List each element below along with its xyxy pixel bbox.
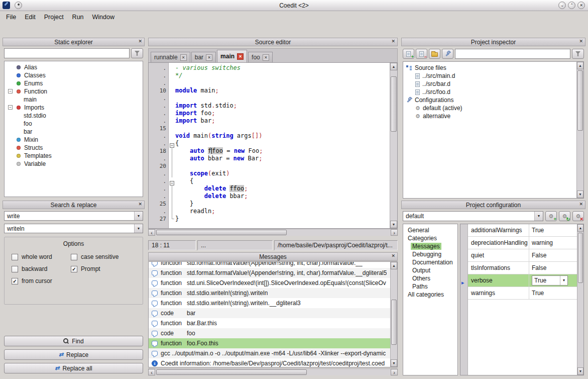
messages-header[interactable]: Messages ✕ bbox=[148, 252, 398, 261]
code-line[interactable]: 10module main; bbox=[149, 87, 390, 94]
scrollbar-track[interactable] bbox=[577, 69, 583, 191]
tab-close-icon[interactable]: ✕ bbox=[206, 54, 212, 61]
checkbox-icon[interactable] bbox=[12, 254, 18, 260]
search-replace-header[interactable]: Search & replace ✕ bbox=[3, 201, 145, 209]
scrollbar-thumb[interactable] bbox=[391, 300, 397, 345]
scrollbar-thumb[interactable] bbox=[577, 70, 583, 131]
tab-bar[interactable]: bar✕ bbox=[191, 52, 216, 62]
tab-main[interactable]: main✕ bbox=[217, 50, 247, 62]
inspector-vertical-scrollbar[interactable]: ▲ ▼ bbox=[576, 62, 583, 198]
code-line[interactable]: . scope(exit) bbox=[149, 170, 390, 177]
message-row[interactable]: iCoedit information: /home/basile/Dev/pa… bbox=[149, 358, 390, 367]
tree-item-classes[interactable]: Classes bbox=[5, 71, 143, 79]
symbol-filter-input[interactable] bbox=[4, 48, 130, 58]
filter-button[interactable] bbox=[131, 48, 143, 58]
code-line[interactable]: 27} bbox=[149, 215, 390, 223]
property-value[interactable]: False bbox=[529, 262, 577, 274]
category-documentation[interactable]: Documentation bbox=[403, 258, 457, 266]
inspector-item-configurations[interactable]: Configurations bbox=[403, 96, 583, 104]
window-titlebar[interactable]: Coedit <2> ⌄ ⌃ ✕ bbox=[0, 0, 588, 11]
checkbox-whole-word[interactable]: whole word bbox=[12, 253, 52, 260]
message-row[interactable]: functionstd.format.formatValue!(Appender… bbox=[149, 261, 390, 268]
code-line[interactable]: 15 bbox=[149, 125, 390, 132]
menu-item-file[interactable]: File bbox=[6, 14, 16, 21]
tab-close-icon[interactable]: ✕ bbox=[237, 53, 244, 60]
message-row[interactable]: codebar bbox=[149, 308, 390, 318]
tab-runnable[interactable]: runnable✕ bbox=[151, 52, 190, 62]
tab-close-icon[interactable]: ✕ bbox=[263, 54, 269, 61]
scrollbar-track[interactable] bbox=[155, 229, 391, 236]
scrollbar-thumb[interactable] bbox=[578, 233, 583, 283]
inspector-item-src-main-d[interactable]: ../src/main.d bbox=[403, 72, 583, 80]
checkbox-icon[interactable]: ✓ bbox=[12, 278, 18, 285]
collapse-expander-icon[interactable]: − bbox=[8, 105, 13, 110]
scroll-right-icon[interactable]: › bbox=[391, 229, 398, 236]
tree-item-enums[interactable]: Enums bbox=[5, 79, 143, 87]
menu-item-run[interactable]: Run bbox=[72, 14, 84, 21]
close-panel-icon[interactable]: ✕ bbox=[391, 39, 395, 44]
code-line[interactable]: .import foo; bbox=[149, 110, 390, 117]
close-panel-icon[interactable]: ✕ bbox=[391, 253, 395, 258]
code-line[interactable]: . auto bbar = new Bar; bbox=[149, 155, 390, 162]
inspector-filter-input[interactable] bbox=[455, 49, 570, 59]
category-debugging[interactable]: Debugging bbox=[403, 250, 457, 258]
message-row[interactable]: functionstd.format.formatValue!(Appender… bbox=[149, 268, 390, 278]
property-row-tlsinformations[interactable]: tlsInformationsFalse bbox=[468, 262, 577, 274]
scrollbar-thumb[interactable] bbox=[156, 369, 307, 375]
tree-item-structs[interactable]: Structs bbox=[5, 144, 143, 152]
fold-margin[interactable]: − bbox=[169, 140, 175, 147]
code-line[interactable]: .*/ bbox=[149, 72, 390, 79]
checkbox-backward[interactable]: backward bbox=[12, 265, 52, 272]
message-row[interactable]: functionstd.stdio.writeln!(string).write… bbox=[149, 288, 390, 298]
category-output[interactable]: Output bbox=[403, 266, 457, 274]
tree-item-mixin[interactable]: Mixin bbox=[5, 136, 143, 144]
tree-item-imports[interactable]: −Imports bbox=[5, 104, 143, 112]
message-row[interactable]: gcc ../output/main.o -o ../output/main.e… bbox=[149, 348, 390, 358]
code-line[interactable]: 25 } bbox=[149, 200, 390, 208]
scrollbar-thumb[interactable] bbox=[391, 76, 397, 132]
property-value[interactable]: True bbox=[529, 224, 577, 236]
message-row[interactable]: functionstd.stdio.writeln!(string).write… bbox=[149, 298, 390, 308]
scroll-left-icon[interactable]: ‹ bbox=[148, 229, 155, 236]
category-all-categories[interactable]: All categories bbox=[403, 291, 457, 299]
code-editor[interactable]: .- various switches.*/.10module main;..i… bbox=[148, 62, 398, 229]
messages-vertical-scrollbar[interactable]: ▲ ▼ bbox=[390, 262, 397, 367]
add-configuration-button[interactable]: ⚙+ bbox=[545, 211, 557, 221]
close-button[interactable]: ✕ bbox=[577, 2, 585, 9]
minimize-button[interactable]: ⌄ bbox=[558, 2, 566, 9]
close-panel-icon[interactable]: ✕ bbox=[579, 202, 583, 207]
property-value[interactable]: False bbox=[529, 249, 577, 261]
code-line[interactable]: . delete ffoo; bbox=[149, 185, 390, 193]
code-line[interactable]: 18 auto ffoo = new Foo; bbox=[149, 147, 390, 155]
property-row-quiet[interactable]: quietFalse bbox=[468, 249, 577, 262]
chevron-down-icon[interactable]: ▾ bbox=[134, 212, 143, 220]
property-row-depreciationhandling[interactable]: depreciationHandlingwarning bbox=[468, 237, 577, 249]
scroll-down-icon[interactable]: ▼ bbox=[577, 367, 583, 375]
messages-horizontal-scrollbar[interactable]: ‹ › bbox=[148, 368, 398, 375]
scroll-left-icon[interactable]: ‹ bbox=[148, 369, 155, 375]
tree-item-alias[interactable]: Alias bbox=[5, 63, 143, 71]
category-others[interactable]: Others bbox=[403, 274, 457, 282]
checkbox-case-sensitive[interactable]: case sensitive bbox=[71, 253, 119, 260]
code-line[interactable]: .− { bbox=[149, 177, 390, 185]
property-row-additionalwarnings[interactable]: additionalWarningsTrue bbox=[468, 224, 577, 237]
category-categories[interactable]: Categories bbox=[403, 234, 457, 242]
search-term-combo[interactable]: write ▾ bbox=[4, 211, 143, 221]
collapse-expander-icon[interactable]: − bbox=[8, 89, 13, 93]
message-row[interactable]: functionfoo.Foo.this bbox=[149, 338, 390, 348]
scroll-up-icon[interactable]: ▲ bbox=[391, 262, 397, 269]
scrollbar-track[interactable] bbox=[391, 269, 397, 359]
property-grid-scrollbar[interactable]: ▲ ▼ bbox=[577, 224, 583, 375]
replace-button[interactable]: ⇄ Replace bbox=[4, 349, 143, 360]
scrollbar-track[interactable] bbox=[577, 232, 583, 367]
scrollbar-track[interactable] bbox=[155, 369, 391, 375]
tree-item-foo[interactable]: foo bbox=[5, 120, 143, 128]
replace-all-button[interactable]: ⇄ Replace all bbox=[4, 363, 143, 373]
menu-item-edit[interactable]: Edit bbox=[25, 14, 36, 21]
message-row[interactable]: functionbar.Bar.this bbox=[149, 318, 390, 328]
message-row[interactable]: codefoo bbox=[149, 328, 390, 338]
code-line[interactable]: .- various switches bbox=[149, 64, 390, 72]
menu-item-project[interactable]: Project bbox=[44, 14, 64, 21]
code-line[interactable]: . readln; bbox=[149, 208, 390, 215]
property-row-warnings[interactable]: warningsTrue bbox=[468, 287, 577, 300]
